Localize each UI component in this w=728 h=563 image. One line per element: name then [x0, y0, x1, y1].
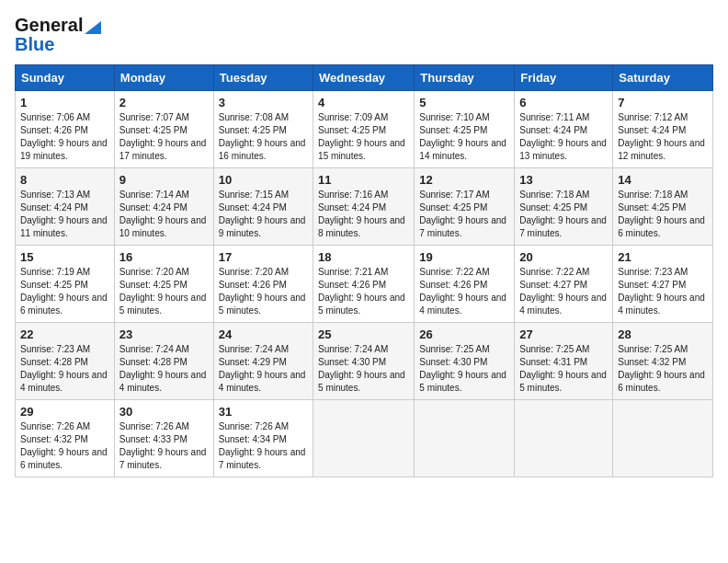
- calendar-day-cell: [515, 400, 613, 477]
- day-number: 7: [618, 96, 708, 109]
- weekday-header: Wednesday: [313, 65, 415, 91]
- calendar-day-cell: 16 Sunrise: 7:20 AM Sunset: 4:25 PM Dayl…: [114, 246, 213, 323]
- day-number: 17: [219, 250, 308, 264]
- day-number: 26: [419, 327, 509, 341]
- day-info: Sunrise: 7:22 AM Sunset: 4:26 PM Dayligh…: [419, 266, 509, 317]
- calendar-week-row: 8 Sunrise: 7:13 AM Sunset: 4:24 PM Dayli…: [16, 168, 713, 246]
- calendar-day-cell: 3 Sunrise: 7:08 AM Sunset: 4:25 PM Dayli…: [213, 91, 313, 168]
- calendar-day-cell: 13 Sunrise: 7:18 AM Sunset: 4:25 PM Dayl…: [515, 168, 613, 246]
- calendar-day-cell: 14 Sunrise: 7:18 AM Sunset: 4:25 PM Dayl…: [613, 168, 713, 246]
- day-number: 13: [519, 173, 608, 187]
- calendar-day-cell: 24 Sunrise: 7:24 AM Sunset: 4:29 PM Dayl…: [213, 323, 313, 400]
- day-info: Sunrise: 7:22 AM Sunset: 4:27 PM Dayligh…: [519, 266, 608, 317]
- logo-blue: Blue: [15, 34, 54, 55]
- day-number: 31: [219, 405, 308, 419]
- calendar-day-cell: 11 Sunrise: 7:16 AM Sunset: 4:24 PM Dayl…: [313, 168, 415, 246]
- calendar-day-cell: 30 Sunrise: 7:26 AM Sunset: 4:33 PM Dayl…: [114, 400, 213, 477]
- day-number: 30: [119, 405, 209, 419]
- day-number: 27: [519, 327, 608, 341]
- day-info: Sunrise: 7:16 AM Sunset: 4:24 PM Dayligh…: [318, 189, 409, 240]
- day-number: 6: [519, 96, 608, 109]
- day-info: Sunrise: 7:25 AM Sunset: 4:30 PM Dayligh…: [419, 343, 509, 395]
- day-info: Sunrise: 7:25 AM Sunset: 4:31 PM Dayligh…: [519, 343, 608, 395]
- calendar-day-cell: 25 Sunrise: 7:24 AM Sunset: 4:30 PM Dayl…: [313, 323, 415, 400]
- calendar-day-cell: 23 Sunrise: 7:24 AM Sunset: 4:28 PM Dayl…: [114, 323, 213, 400]
- weekday-header: Thursday: [415, 65, 515, 91]
- calendar-day-cell: 26 Sunrise: 7:25 AM Sunset: 4:30 PM Dayl…: [415, 323, 515, 400]
- logo-arrow-icon: [85, 17, 101, 34]
- weekday-header: Monday: [114, 65, 213, 91]
- day-info: Sunrise: 7:09 AM Sunset: 4:25 PM Dayligh…: [318, 111, 409, 163]
- calendar-table: SundayMondayTuesdayWednesdayThursdayFrid…: [15, 64, 713, 477]
- day-number: 18: [318, 250, 409, 264]
- calendar-day-cell: 5 Sunrise: 7:10 AM Sunset: 4:25 PM Dayli…: [415, 91, 515, 168]
- calendar-week-row: 1 Sunrise: 7:06 AM Sunset: 4:26 PM Dayli…: [16, 91, 713, 168]
- day-info: Sunrise: 7:24 AM Sunset: 4:30 PM Dayligh…: [318, 343, 409, 395]
- day-number: 22: [20, 327, 109, 341]
- calendar-day-cell: 1 Sunrise: 7:06 AM Sunset: 4:26 PM Dayli…: [16, 91, 115, 168]
- calendar-day-cell: 17 Sunrise: 7:20 AM Sunset: 4:26 PM Dayl…: [213, 246, 313, 323]
- weekday-header: Friday: [515, 65, 613, 91]
- calendar-day-cell: 9 Sunrise: 7:14 AM Sunset: 4:24 PM Dayli…: [114, 168, 213, 246]
- calendar-day-cell: 8 Sunrise: 7:13 AM Sunset: 4:24 PM Dayli…: [16, 168, 115, 246]
- calendar-day-cell: 19 Sunrise: 7:22 AM Sunset: 4:26 PM Dayl…: [415, 246, 515, 323]
- calendar-day-cell: 2 Sunrise: 7:07 AM Sunset: 4:25 PM Dayli…: [114, 91, 213, 168]
- weekday-header: Saturday: [613, 65, 713, 91]
- svg-marker-0: [85, 21, 101, 34]
- day-info: Sunrise: 7:18 AM Sunset: 4:25 PM Dayligh…: [519, 189, 608, 240]
- day-info: Sunrise: 7:26 AM Sunset: 4:34 PM Dayligh…: [219, 420, 308, 472]
- day-info: Sunrise: 7:17 AM Sunset: 4:25 PM Dayligh…: [419, 189, 509, 240]
- calendar-day-cell: 28 Sunrise: 7:25 AM Sunset: 4:32 PM Dayl…: [613, 323, 713, 400]
- day-number: 4: [318, 96, 409, 109]
- day-number: 3: [219, 96, 308, 109]
- calendar-day-cell: 22 Sunrise: 7:23 AM Sunset: 4:28 PM Dayl…: [16, 323, 115, 400]
- day-number: 29: [20, 405, 109, 419]
- weekday-header: Sunday: [16, 65, 115, 91]
- day-info: Sunrise: 7:07 AM Sunset: 4:25 PM Dayligh…: [119, 111, 209, 163]
- day-info: Sunrise: 7:06 AM Sunset: 4:26 PM Dayligh…: [20, 111, 109, 163]
- day-info: Sunrise: 7:19 AM Sunset: 4:25 PM Dayligh…: [20, 266, 109, 317]
- logo: General Blue: [15, 15, 101, 55]
- header: General Blue: [15, 15, 713, 55]
- day-number: 2: [119, 96, 209, 109]
- day-number: 12: [419, 173, 509, 187]
- logo-general: General: [15, 15, 83, 36]
- day-number: 11: [318, 173, 409, 187]
- day-info: Sunrise: 7:14 AM Sunset: 4:24 PM Dayligh…: [119, 189, 209, 240]
- calendar-day-cell: 15 Sunrise: 7:19 AM Sunset: 4:25 PM Dayl…: [16, 246, 115, 323]
- day-info: Sunrise: 7:25 AM Sunset: 4:32 PM Dayligh…: [618, 343, 708, 395]
- day-number: 20: [519, 250, 608, 264]
- calendar-day-cell: 12 Sunrise: 7:17 AM Sunset: 4:25 PM Dayl…: [415, 168, 515, 246]
- day-number: 15: [20, 250, 109, 264]
- day-number: 16: [119, 250, 209, 264]
- day-number: 28: [618, 327, 708, 341]
- day-number: 21: [618, 250, 708, 264]
- calendar-day-cell: 18 Sunrise: 7:21 AM Sunset: 4:26 PM Dayl…: [313, 246, 415, 323]
- calendar-week-row: 22 Sunrise: 7:23 AM Sunset: 4:28 PM Dayl…: [16, 323, 713, 400]
- day-info: Sunrise: 7:21 AM Sunset: 4:26 PM Dayligh…: [318, 266, 409, 317]
- calendar-day-cell: [415, 400, 515, 477]
- day-info: Sunrise: 7:10 AM Sunset: 4:25 PM Dayligh…: [419, 111, 509, 163]
- day-info: Sunrise: 7:12 AM Sunset: 4:24 PM Dayligh…: [618, 111, 708, 163]
- calendar-day-cell: 27 Sunrise: 7:25 AM Sunset: 4:31 PM Dayl…: [515, 323, 613, 400]
- calendar-day-cell: 21 Sunrise: 7:23 AM Sunset: 4:27 PM Dayl…: [613, 246, 713, 323]
- calendar-day-cell: 29 Sunrise: 7:26 AM Sunset: 4:32 PM Dayl…: [16, 400, 115, 477]
- day-number: 23: [119, 327, 209, 341]
- calendar-day-cell: [613, 400, 713, 477]
- day-info: Sunrise: 7:08 AM Sunset: 4:25 PM Dayligh…: [219, 111, 308, 163]
- calendar-week-row: 29 Sunrise: 7:26 AM Sunset: 4:32 PM Dayl…: [16, 400, 713, 477]
- calendar-day-cell: 4 Sunrise: 7:09 AM Sunset: 4:25 PM Dayli…: [313, 91, 415, 168]
- day-info: Sunrise: 7:24 AM Sunset: 4:28 PM Dayligh…: [119, 343, 209, 395]
- day-info: Sunrise: 7:20 AM Sunset: 4:25 PM Dayligh…: [119, 266, 209, 317]
- day-number: 14: [618, 173, 708, 187]
- day-info: Sunrise: 7:15 AM Sunset: 4:24 PM Dayligh…: [219, 189, 308, 240]
- calendar-day-cell: 7 Sunrise: 7:12 AM Sunset: 4:24 PM Dayli…: [613, 91, 713, 168]
- calendar-day-cell: [313, 400, 415, 477]
- day-number: 25: [318, 327, 409, 341]
- day-info: Sunrise: 7:18 AM Sunset: 4:25 PM Dayligh…: [618, 189, 708, 240]
- weekday-header: Tuesday: [213, 65, 313, 91]
- day-info: Sunrise: 7:26 AM Sunset: 4:33 PM Dayligh…: [119, 420, 209, 472]
- day-number: 8: [20, 173, 109, 187]
- calendar-day-cell: 10 Sunrise: 7:15 AM Sunset: 4:24 PM Dayl…: [213, 168, 313, 246]
- day-number: 1: [20, 96, 109, 109]
